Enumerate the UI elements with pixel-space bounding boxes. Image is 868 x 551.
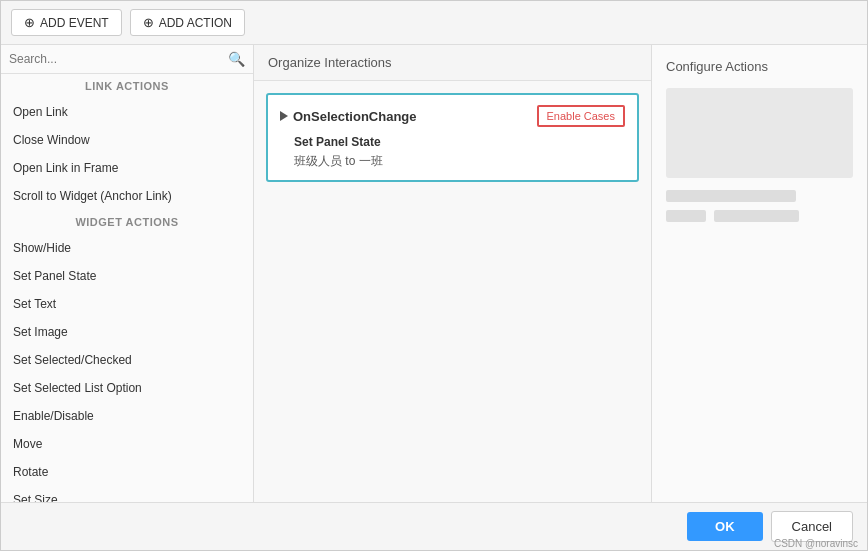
action-open-link[interactable]: Open Link <box>1 98 253 126</box>
action-set-text[interactable]: Set Text <box>1 290 253 318</box>
action-close-window[interactable]: Close Window <box>1 126 253 154</box>
enable-cases-button[interactable]: Enable Cases <box>537 105 626 127</box>
action-set-selected-list[interactable]: Set Selected List Option <box>1 374 253 402</box>
organize-interactions-title: Organize Interactions <box>254 45 651 81</box>
action-set-selected-checked[interactable]: Set Selected/Checked <box>1 346 253 374</box>
action-rotate[interactable]: Rotate <box>1 458 253 486</box>
search-bar: 🔍 <box>1 45 253 74</box>
add-action-button[interactable]: ⊕ ADD ACTION <box>130 9 245 36</box>
configure-preview-box <box>666 88 853 178</box>
add-action-label: ADD ACTION <box>159 16 232 30</box>
action-set-image[interactable]: Set Image <box>1 318 253 346</box>
action-move[interactable]: Move <box>1 430 253 458</box>
right-panel: Configure Actions <box>652 45 867 502</box>
main-content: 🔍 LINK ACTIONS Open Link Close Window Op… <box>1 45 867 502</box>
widget-actions-header: WIDGET ACTIONS <box>1 210 253 234</box>
interactions-area: OnSelectionChange Enable Cases Set Panel… <box>254 81 651 502</box>
configure-small-1 <box>666 210 706 222</box>
footer: OK Cancel <box>1 502 867 550</box>
search-icon[interactable]: 🔍 <box>228 51 245 67</box>
action-enable-disable[interactable]: Enable/Disable <box>1 402 253 430</box>
configure-line-1 <box>666 190 796 202</box>
center-panel: Organize Interactions OnSelectionChange … <box>254 45 652 502</box>
action-open-link-frame[interactable]: Open Link in Frame <box>1 154 253 182</box>
interaction-block: OnSelectionChange Enable Cases Set Panel… <box>266 93 639 182</box>
toolbar: ⊕ ADD EVENT ⊕ ADD ACTION <box>1 1 867 45</box>
interaction-header: OnSelectionChange Enable Cases <box>280 105 625 127</box>
interaction-action-detail: 班级人员 to 一班 <box>280 153 625 170</box>
dialog: ⊕ ADD EVENT ⊕ ADD ACTION 🔍 LINK ACTIONS … <box>0 0 868 551</box>
add-event-button[interactable]: ⊕ ADD EVENT <box>11 9 122 36</box>
action-set-panel-state[interactable]: Set Panel State <box>1 262 253 290</box>
configure-medium-1 <box>714 210 799 222</box>
action-set-size[interactable]: Set Size <box>1 486 253 502</box>
configure-row <box>666 210 853 222</box>
link-actions-header: LINK ACTIONS <box>1 74 253 98</box>
action-show-hide[interactable]: Show/Hide <box>1 234 253 262</box>
left-panel: 🔍 LINK ACTIONS Open Link Close Window Op… <box>1 45 254 502</box>
watermark: CSDN @noravinsc <box>774 538 858 549</box>
interaction-title: OnSelectionChange <box>280 109 417 124</box>
ok-button[interactable]: OK <box>687 512 763 541</box>
search-input[interactable] <box>9 52 223 66</box>
configure-actions-title: Configure Actions <box>666 59 853 74</box>
add-event-label: ADD EVENT <box>40 16 109 30</box>
action-scroll-widget[interactable]: Scroll to Widget (Anchor Link) <box>1 182 253 210</box>
interaction-event-label: OnSelectionChange <box>293 109 417 124</box>
add-event-icon: ⊕ <box>24 15 35 30</box>
interaction-action-name: Set Panel State <box>280 135 625 149</box>
add-action-icon: ⊕ <box>143 15 154 30</box>
collapse-icon[interactable] <box>280 111 288 121</box>
